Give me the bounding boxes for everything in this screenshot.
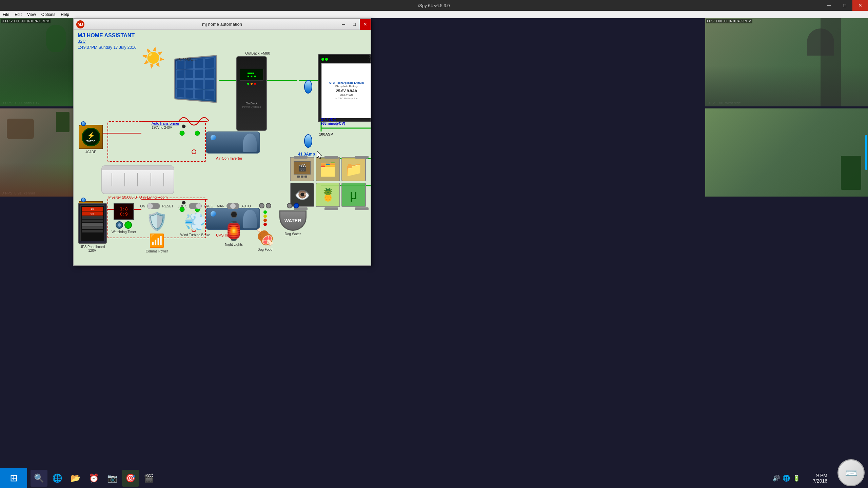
sun-icon: ☀️: [141, 47, 165, 69]
outback-label: OutBack FM80: [242, 51, 273, 55]
night-lights-control: MAN AUTO 🏮 Night Lights: [217, 203, 251, 246]
menu-file[interactable]: File: [3, 12, 9, 17]
aircon-inverter[interactable]: [206, 131, 260, 154]
tt-amps-1: 40ADP: [79, 150, 103, 154]
panelboard-label: UPS Panelboard 120V: [77, 245, 107, 252]
maximize-button[interactable]: □: [837, 0, 852, 11]
win-minimize[interactable]: ─: [338, 19, 349, 30]
title-bar: iSpy 64 v6.5.3.0 ─ □ ✕: [0, 0, 868, 11]
ac-unit: [101, 165, 174, 194]
app-icon-folder[interactable]: 📁: [341, 157, 366, 181]
menu-view[interactable]: View: [27, 12, 36, 17]
start-button[interactable]: ⊞: [0, 468, 27, 488]
dog-food-control: 🍖 Dog Food: [255, 203, 275, 251]
tt-blue-dot-2: [81, 198, 86, 202]
watchdog-digits2: 0:9: [120, 211, 127, 217]
wind-toggle-switch[interactable]: [189, 203, 202, 209]
taskbar-app1[interactable]: 🎯: [122, 470, 139, 487]
menu-edit[interactable]: Edit: [15, 12, 22, 17]
wind-label: Wind Turbine Brake: [180, 233, 210, 237]
win-close[interactable]: ✕: [360, 19, 371, 30]
automation-window: MJ mj home automation ─ □ ✕: [73, 18, 371, 266]
wifi-icon: 📶: [149, 233, 165, 248]
mj-header: MJ HOME ASSISTANT 32C 1:49:37PM Sunday 1…: [78, 33, 136, 50]
comms-label: Comms Power: [146, 249, 168, 253]
wind-lock-label: LOCK: [178, 204, 187, 208]
camera-timestamp-right-top: FPS: 1.00 Jul 16 01:49:37PM: [706, 19, 752, 23]
camera-timestamp-left-top: D FPS: 1.00 Jul 16 01:49:37PM: [1, 19, 51, 23]
taskbar-search[interactable]: 🔍: [31, 470, 47, 487]
minimize-button[interactable]: ─: [821, 0, 837, 11]
ups-panelboard: 1:8 0:9 UPS Panelboard 120V: [77, 203, 107, 252]
comms-on-label: ON: [140, 204, 145, 208]
camera-kennel: D FPS: 0.91, kennel: [0, 108, 73, 197]
watchdog-digits1: 1:8: [120, 206, 127, 211]
taskbar-clock-display: 9 PM 7/2016: [813, 473, 827, 484]
wind-control: LOCK FREE 💨 Wind Turbine Brake: [178, 203, 213, 237]
blue-indicator-top: [304, 80, 312, 94]
asp-label-2: 100ASP: [319, 132, 333, 136]
wind-turbine-icon: 💨: [184, 211, 206, 232]
taskbar-app2[interactable]: 🎬: [140, 470, 157, 487]
app-icon-files[interactable]: 🗂️: [316, 157, 340, 181]
bottom-controls: 1:8 0:9 UPS Panelboard 120V 1: [77, 203, 367, 262]
camera-patio: D FPS: 1.00 Jul 16 01:49:37PM D FPS: 1.0…: [0, 18, 73, 106]
solar-panel: [174, 55, 217, 103]
dog-water-label: Dog Water: [285, 232, 301, 236]
tt-box-1[interactable]: ⚡ T&TEC: [79, 125, 103, 149]
app-icons-group: 🎬 🗂️ 📁 👁️ 🍍: [290, 157, 366, 207]
taskbar-ie[interactable]: 🌐: [49, 470, 66, 487]
watchdog-label: Watchdog Timer: [112, 230, 136, 234]
automation-content: MJ HOME ASSISTANT 32C 1:49:37PM Sunday 1…: [74, 30, 371, 265]
taskbar: ⊞ 🔍 🌐 📂 ⏰ 📷 🎯 🎬 🔊 🌐 🔋 9 PM 7/2016 ⌨️: [0, 468, 868, 488]
blue-indicator-mid: [304, 134, 312, 148]
aircon-label: Air-Con Inverter: [216, 156, 242, 160]
wind-free-label: FREE: [204, 204, 213, 208]
menu-bar: File Edit View Options Help: [0, 11, 868, 18]
comms-toggle-switch[interactable]: [147, 203, 160, 209]
charge-controller: ■■■■■ ■ ■ OutBack Power Systems: [236, 56, 267, 131]
window-title: iSpy 64 v6.5.3.0: [418, 3, 450, 8]
camera-backyard: D FPS: 0.96, backyard: [705, 108, 868, 197]
window-logo: MJ: [76, 20, 84, 28]
mj-title: MJ HOME ASSISTANT: [78, 33, 136, 39]
taskbar-clock[interactable]: ⏰: [85, 470, 102, 487]
tt-blue-dot-1: [81, 121, 86, 126]
night-man-label: MAN: [217, 204, 224, 208]
tt-label-1: T&TEC: [86, 140, 96, 143]
automation-title: mj home automation: [202, 22, 242, 27]
dog-water-control: WATER Dog Water: [279, 203, 307, 236]
automation-titlebar: MJ mj home automation ─ □ ✕: [74, 19, 371, 30]
comms-reset-label: RESET: [162, 204, 173, 208]
comms-control: ON RESET 🛡️ 📶 Comms Power: [140, 203, 173, 253]
menu-options[interactable]: Options: [41, 12, 55, 17]
night-lights-label: Night Lights: [225, 243, 243, 246]
camera-west-side: FPS: 1.00 Jul 16 01:49:37PM FPS: 1.00, w…: [705, 18, 868, 106]
battery-box: CTC Rechargeable Lithium Phosphate Batte…: [318, 54, 371, 122]
panel-watts-label: 8x225Watt: [179, 58, 196, 62]
circuit-box-1: [107, 121, 206, 162]
watchdog-control: 1:8 0:9 Watchdog Timer: [112, 203, 136, 234]
mj-link[interactable]: 32C: [78, 39, 136, 44]
taskbar-explorer[interactable]: 📂: [67, 470, 84, 487]
app-icon-media[interactable]: 🎬: [290, 157, 314, 181]
voltage-label[interactable]: 27.7VDC (68mins@CV): [321, 117, 345, 125]
water-bowl: WATER: [279, 210, 307, 231]
night-auto-label: AUTO: [241, 204, 251, 208]
taskbar-tray: 🔊 🌐 🔋: [772, 474, 800, 482]
night-toggle-switch[interactable]: [226, 203, 239, 209]
menu-help[interactable]: Help: [61, 12, 69, 17]
mj-datetime: 1:49:37PM Sunday 17 July 2016: [78, 45, 136, 50]
dog-food-label: Dog Food: [258, 248, 273, 251]
battery-specs-label: 25.6V, 160AH: [368, 55, 371, 63]
win-restore[interactable]: □: [349, 19, 360, 30]
lamp-icon: 🏮: [223, 221, 245, 241]
close-button[interactable]: ✕: [852, 0, 868, 11]
taskbar-camera[interactable]: 📷: [104, 470, 121, 487]
keyboard-icon[interactable]: ⌨️: [837, 459, 865, 486]
dog-food-icon: 🍖: [255, 227, 275, 246]
